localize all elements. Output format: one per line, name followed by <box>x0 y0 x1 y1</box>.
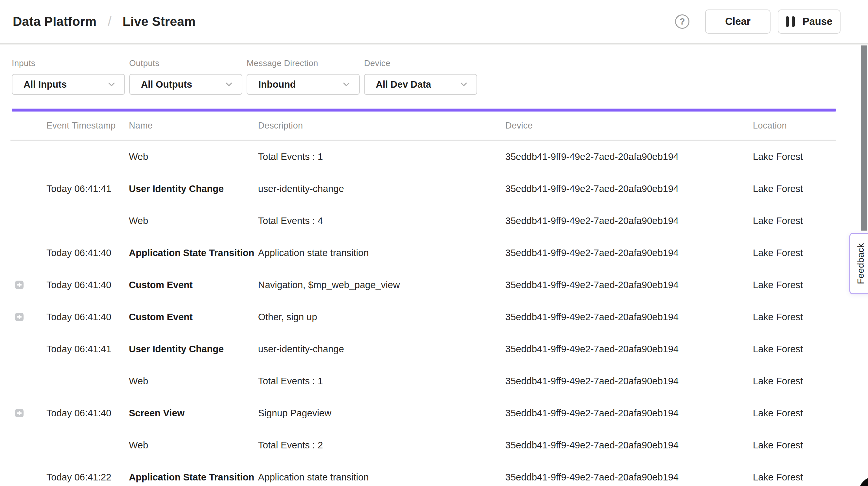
table-row[interactable]: Today 06:41:41User Identity Changeuser-i… <box>0 173 868 205</box>
table-row[interactable]: Today 06:41:22Application State Transiti… <box>0 461 868 486</box>
outputs-select[interactable]: All Outputs <box>129 74 242 95</box>
table-body: WebTotal Events : 135eddb41-9ff9-49e2-7a… <box>0 141 868 486</box>
column-name: Name <box>129 121 258 131</box>
event-name: Web <box>129 215 258 226</box>
event-name: Screen View <box>129 408 258 419</box>
table-row[interactable]: Today 06:41:41User Identity Changeuser-i… <box>0 333 868 365</box>
event-description: Signup Pageview <box>258 408 505 419</box>
device-select-value: All Dev Data <box>376 79 431 90</box>
event-description: Navigation, $mp_web_page_view <box>258 280 505 291</box>
table-row[interactable]: Today 06:41:40Application State Transiti… <box>0 237 868 269</box>
event-device: 35eddb41-9ff9-49e2-7aed-20afa90eb194 <box>505 472 753 483</box>
device-select[interactable]: All Dev Data <box>364 74 477 95</box>
table-row[interactable]: WebTotal Events : 435eddb41-9ff9-49e2-7a… <box>0 205 868 237</box>
event-location: Lake Forest <box>753 472 868 483</box>
expand-plus-icon[interactable] <box>15 281 24 289</box>
event-location: Lake Forest <box>753 376 868 387</box>
event-device: 35eddb41-9ff9-49e2-7aed-20afa90eb194 <box>505 183 753 194</box>
event-device: 35eddb41-9ff9-49e2-7aed-20afa90eb194 <box>505 344 753 355</box>
chevron-down-icon <box>459 80 469 89</box>
table-row[interactable]: WebTotal Events : 235eddb41-9ff9-49e2-7a… <box>0 429 868 461</box>
event-description: Total Events : 2 <box>258 440 505 451</box>
filter-device: Device All Dev Data <box>364 58 477 95</box>
filter-inputs: Inputs All Inputs <box>12 58 125 95</box>
event-location: Lake Forest <box>753 408 868 419</box>
event-timestamp: Today 06:41:40 <box>46 408 129 419</box>
column-description: Description <box>258 121 505 131</box>
expand-plus-icon[interactable] <box>15 313 24 321</box>
event-timestamp: Today 06:41:40 <box>46 248 129 259</box>
table-row[interactable]: WebTotal Events : 135eddb41-9ff9-49e2-7a… <box>0 141 868 173</box>
event-description: user-identity-change <box>258 183 505 194</box>
table-row[interactable]: Today 06:41:40Custom EventNavigation, $m… <box>0 269 868 301</box>
event-timestamp: Today 06:41:22 <box>46 472 129 483</box>
event-name: Web <box>129 376 258 387</box>
event-description: Total Events : 1 <box>258 376 505 387</box>
outputs-select-value: All Outputs <box>141 79 192 90</box>
event-description: user-identity-change <box>258 344 505 355</box>
topbar-actions: ? Clear Pause <box>675 9 840 34</box>
event-name: User Identity Change <box>129 344 258 355</box>
live-stream-progress-bar <box>12 109 836 112</box>
expand-plus-icon[interactable] <box>15 409 24 417</box>
column-device: Device <box>505 121 753 131</box>
event-name: Custom Event <box>129 280 258 291</box>
table-header: Event Timestamp Name Description Device … <box>10 112 836 141</box>
pause-icon <box>786 17 795 27</box>
event-name: Web <box>129 440 258 451</box>
filter-device-label: Device <box>364 58 477 68</box>
message-direction-select[interactable]: Inbound <box>247 74 360 95</box>
breadcrumb: Data Platform / Live Stream <box>13 14 195 29</box>
event-name: Web <box>129 151 258 162</box>
event-name: Application State Transition <box>129 248 258 259</box>
event-location: Lake Forest <box>753 215 868 226</box>
chevron-down-icon <box>341 80 351 89</box>
event-description: Other, sign up <box>258 312 505 323</box>
event-device: 35eddb41-9ff9-49e2-7aed-20afa90eb194 <box>505 280 753 291</box>
event-location: Lake Forest <box>753 344 868 355</box>
event-device: 35eddb41-9ff9-49e2-7aed-20afa90eb194 <box>505 376 753 387</box>
filter-inputs-label: Inputs <box>12 58 125 68</box>
event-location: Lake Forest <box>753 440 868 451</box>
table-row[interactable]: WebTotal Events : 135eddb41-9ff9-49e2-7a… <box>0 365 868 397</box>
event-name: User Identity Change <box>129 183 258 194</box>
event-timestamp: Today 06:41:40 <box>46 280 129 291</box>
breadcrumb-separator: / <box>107 14 112 29</box>
help-icon[interactable]: ? <box>675 14 689 29</box>
clear-button[interactable]: Clear <box>705 9 771 34</box>
pause-button[interactable]: Pause <box>778 9 840 34</box>
event-description: Total Events : 4 <box>258 215 505 226</box>
column-location: Location <box>753 121 836 131</box>
page-title: Live Stream <box>123 14 195 29</box>
event-location: Lake Forest <box>753 183 868 194</box>
event-table: Event Timestamp Name Description Device … <box>0 112 868 486</box>
event-device: 35eddb41-9ff9-49e2-7aed-20afa90eb194 <box>505 440 753 451</box>
expand-cell <box>12 409 46 417</box>
event-description: Application state transition <box>258 248 505 259</box>
feedback-tab[interactable]: Feedback <box>849 233 868 294</box>
filter-message-direction: Message Direction Inbound <box>247 58 360 95</box>
breadcrumb-data-platform[interactable]: Data Platform <box>13 14 96 29</box>
clear-button-label: Clear <box>725 16 751 28</box>
event-description: Total Events : 1 <box>258 151 505 162</box>
expand-cell <box>12 313 46 321</box>
inputs-select-value: All Inputs <box>24 79 67 90</box>
event-description: Application state transition <box>258 472 505 483</box>
event-name: Custom Event <box>129 312 258 323</box>
event-name: Application State Transition <box>129 472 258 483</box>
event-device: 35eddb41-9ff9-49e2-7aed-20afa90eb194 <box>505 151 753 162</box>
event-timestamp: Today 06:41:40 <box>46 312 129 323</box>
filter-bar: Inputs All Inputs Outputs All Outputs Me… <box>12 58 477 95</box>
event-location: Lake Forest <box>753 312 868 323</box>
filter-outputs: Outputs All Outputs <box>129 58 242 95</box>
table-row[interactable]: Today 06:41:40Screen ViewSignup Pageview… <box>0 397 868 429</box>
column-event-timestamp: Event Timestamp <box>46 121 129 131</box>
filter-outputs-label: Outputs <box>129 58 242 68</box>
scrollbar-thumb[interactable] <box>861 45 867 231</box>
table-row[interactable]: Today 06:41:40Custom EventOther, sign up… <box>0 301 868 333</box>
feedback-tab-label: Feedback <box>856 243 866 284</box>
inputs-select[interactable]: All Inputs <box>12 74 125 95</box>
chevron-down-icon <box>106 80 117 89</box>
event-timestamp: Today 06:41:41 <box>46 183 129 194</box>
expand-cell <box>12 281 46 289</box>
